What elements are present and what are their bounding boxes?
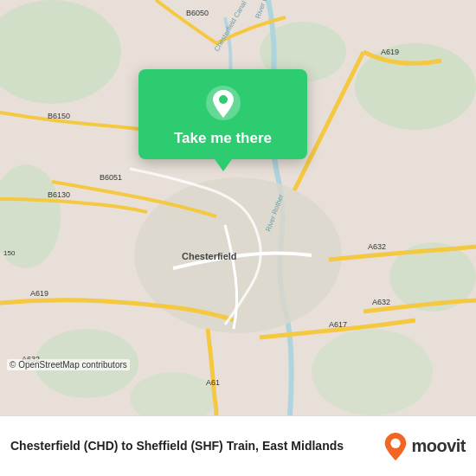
moovit-pin-icon bbox=[383, 432, 408, 461]
svg-text:A619: A619 bbox=[30, 289, 48, 298]
map-popup[interactable]: Take me there bbox=[138, 69, 307, 159]
take-me-there-label: Take me there bbox=[174, 130, 272, 147]
info-bar: Chesterfield (CHD) to Sheffield (SHF) Tr… bbox=[0, 415, 476, 476]
svg-text:B6051: B6051 bbox=[100, 173, 122, 182]
svg-text:A619: A619 bbox=[381, 48, 399, 56]
svg-text:B6050: B6050 bbox=[186, 9, 209, 17]
svg-point-28 bbox=[219, 95, 228, 104]
svg-point-6 bbox=[312, 329, 433, 415]
moovit-logo: moovit bbox=[383, 432, 466, 461]
svg-text:A632: A632 bbox=[372, 298, 390, 306]
svg-text:Chesterfield: Chesterfield bbox=[182, 251, 237, 261]
route-info: Chesterfield (CHD) to Sheffield (SHF) Tr… bbox=[10, 438, 375, 453]
svg-point-29 bbox=[391, 438, 401, 447]
moovit-brand-text: moovit bbox=[411, 436, 466, 456]
route-title: Chesterfield (CHD) to Sheffield (SHF) Tr… bbox=[10, 438, 375, 453]
svg-text:A61: A61 bbox=[206, 378, 220, 387]
osm-credit: © OpenStreetMap contributors bbox=[7, 359, 130, 370]
svg-text:B6150: B6150 bbox=[48, 112, 70, 120]
map-view: B6050 B6150 B6130 B6051 A619 A619 A632 A… bbox=[0, 0, 476, 415]
location-pin-icon bbox=[205, 85, 241, 121]
svg-text:150: 150 bbox=[3, 249, 16, 257]
svg-text:B6130: B6130 bbox=[48, 190, 70, 199]
svg-text:A632: A632 bbox=[368, 242, 386, 251]
svg-text:A617: A617 bbox=[329, 320, 347, 329]
map-svg: B6050 B6150 B6130 B6051 A619 A619 A632 A… bbox=[0, 0, 476, 415]
